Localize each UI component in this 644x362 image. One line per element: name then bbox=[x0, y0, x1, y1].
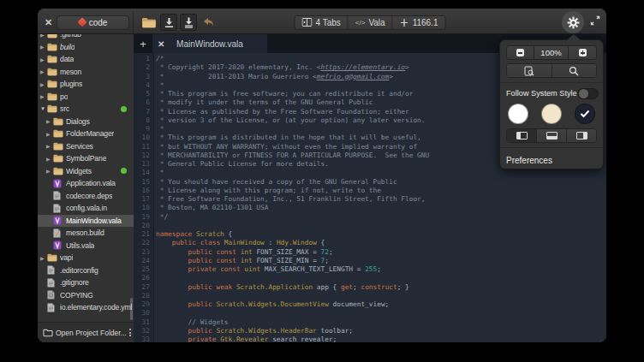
tree-item-copying[interactable]: COPYING bbox=[38, 289, 134, 302]
language-button[interactable]: </> Vala bbox=[349, 16, 393, 29]
git-status-badge bbox=[121, 168, 127, 174]
tree-item-io-elementary-code-yml[interactable]: io.elementary.code.yml bbox=[38, 301, 134, 314]
code-line: * License along with this program; if no… bbox=[156, 187, 381, 194]
tabs-overview-button[interactable]: 4 Tabs bbox=[295, 16, 349, 29]
expander-icon[interactable]: ▶ bbox=[40, 93, 47, 99]
open-project-folder-button[interactable]: Open Project Folder... bbox=[38, 322, 134, 342]
tree-item-vapi[interactable]: ▶vapi bbox=[38, 252, 134, 264]
preferences-menu-item[interactable]: Preferences bbox=[506, 151, 597, 169]
meson-icon bbox=[53, 228, 63, 238]
fullscreen-icon bbox=[589, 15, 601, 27]
folder-icon bbox=[53, 116, 63, 126]
settings-button[interactable] bbox=[562, 11, 584, 33]
tree-item-codecore-deps[interactable]: codecore.deps bbox=[38, 190, 134, 203]
tree-item-services[interactable]: ▶Services bbox=[38, 140, 134, 153]
tree-item-meson[interactable]: ▶meson bbox=[38, 66, 134, 79]
folder-icon bbox=[47, 253, 57, 263]
sidebar-scrollbar[interactable] bbox=[130, 298, 133, 320]
tree-item-utils-vala[interactable]: Utils.vala bbox=[38, 240, 134, 252]
tree-item-label: build bbox=[60, 43, 75, 51]
panel-left-button[interactable] bbox=[507, 129, 537, 142]
tab-close-icon[interactable]: ✕ bbox=[158, 39, 168, 49]
copy-icon bbox=[47, 290, 57, 300]
expander-icon[interactable]: ▶ bbox=[40, 56, 47, 62]
find-button[interactable] bbox=[552, 64, 597, 77]
expander-icon[interactable]: ▶ bbox=[40, 81, 47, 87]
expander-icon[interactable]: ▶ bbox=[40, 255, 47, 261]
follow-system-style-label: Follow System Style bbox=[506, 89, 577, 98]
file-icon bbox=[53, 204, 63, 213]
tree-item-po[interactable]: ▶po bbox=[38, 91, 134, 104]
vala-icon bbox=[53, 240, 63, 250]
tree-item-src[interactable]: ▼src bbox=[38, 103, 134, 116]
vala-icon bbox=[53, 179, 63, 188]
tab-mainwindow[interactable]: ✕ MainWindow.vala bbox=[152, 34, 267, 53]
code-line: * This program is free software; you can… bbox=[156, 90, 413, 98]
tree-item-build[interactable]: ▶build bbox=[38, 41, 134, 54]
expander-icon[interactable]: ▶ bbox=[46, 168, 53, 174]
tree-item-label: MainWindow.vala bbox=[66, 217, 122, 225]
tree-item-mainwindow-vala[interactable]: MainWindow.vala bbox=[38, 215, 134, 228]
expander-icon[interactable]: ▶ bbox=[46, 156, 53, 162]
save-button[interactable] bbox=[160, 14, 177, 31]
open-folder-button[interactable] bbox=[140, 14, 158, 31]
expander-icon[interactable]: ▶ bbox=[40, 68, 47, 74]
panel-right-button[interactable] bbox=[567, 129, 596, 142]
tree-item-label: .github bbox=[60, 34, 81, 39]
expander-icon[interactable]: ▶ bbox=[40, 34, 47, 38]
folder-icon bbox=[53, 129, 63, 139]
expander-icon[interactable]: ▶ bbox=[46, 118, 53, 124]
theme-dark-option[interactable] bbox=[575, 104, 595, 124]
gear-icon bbox=[567, 16, 580, 29]
sidebar-header: ✕ code bbox=[38, 11, 134, 33]
revert-button[interactable] bbox=[200, 14, 217, 31]
tree-item-config-vala-in[interactable]: config.vala.in bbox=[38, 202, 134, 215]
expander-icon[interactable]: ▶ bbox=[40, 44, 47, 50]
save-as-button[interactable] bbox=[180, 14, 197, 31]
expander-icon[interactable]: ▼ bbox=[40, 106, 47, 111]
code-line: * Boston, MA 02110-1301 USA bbox=[156, 204, 268, 211]
panel-bottom-button[interactable] bbox=[537, 129, 567, 142]
code-line: public const int FONT_SIZE_MIN = 7; bbox=[156, 257, 329, 264]
zoom-in-button[interactable] bbox=[569, 46, 596, 59]
tree-item-plugins[interactable]: ▶plugins bbox=[38, 78, 134, 91]
find-in-files-button[interactable] bbox=[507, 64, 552, 77]
code-line: * This program is distributed in the hop… bbox=[156, 134, 421, 141]
file-icon bbox=[47, 278, 57, 288]
fullscreen-button[interactable] bbox=[589, 15, 601, 30]
goto-line-button[interactable]: 1166.1 bbox=[393, 16, 445, 29]
tree-item-dialogs[interactable]: ▶Dialogs bbox=[38, 116, 134, 128]
goto-line-icon bbox=[400, 18, 409, 27]
app-window: ✕ code bbox=[38, 9, 606, 342]
code-line: public Scratch.Widgets.HeaderBar toolbar… bbox=[156, 327, 353, 335]
tree-item-label: Dialogs bbox=[66, 117, 90, 126]
tree-item-meson-build[interactable]: meson.build bbox=[38, 227, 134, 240]
zoom-out-button[interactable] bbox=[507, 46, 534, 59]
panel-left-icon bbox=[516, 132, 528, 139]
tree-item-data[interactable]: ▶data bbox=[38, 53, 134, 66]
theme-light-option[interactable] bbox=[508, 104, 528, 124]
tree-item-symbolpane[interactable]: ▶SymbolPane bbox=[38, 152, 134, 165]
theme-sepia-option[interactable] bbox=[541, 104, 562, 124]
tree-item--gitignore[interactable]: .gitignore bbox=[38, 276, 134, 289]
tree-item--editorconfig[interactable]: .editorconfig bbox=[38, 264, 134, 277]
tree-item-label: meson.build bbox=[66, 228, 104, 237]
theme-options bbox=[506, 100, 597, 128]
window-close-button[interactable]: ✕ bbox=[45, 17, 57, 28]
panel-right-icon bbox=[576, 132, 587, 139]
tree-item-foldermanager[interactable]: ▶FolderManager bbox=[38, 128, 134, 140]
follow-system-style-toggle[interactable] bbox=[577, 88, 599, 99]
sidebar-menu-button[interactable] bbox=[129, 329, 133, 336]
zoom-level[interactable]: 100% bbox=[534, 46, 569, 59]
expander-icon[interactable]: ▶ bbox=[46, 131, 53, 137]
folder-icon bbox=[47, 104, 57, 114]
project-button[interactable]: code bbox=[57, 15, 129, 30]
expander-icon[interactable]: ▶ bbox=[46, 143, 53, 149]
tree-item-label: po bbox=[60, 92, 68, 101]
tree-item-application-vala[interactable]: Application.vala bbox=[38, 177, 134, 190]
vala-icon bbox=[53, 216, 63, 225]
new-tab-button[interactable]: + bbox=[134, 34, 152, 53]
tree-item-label: SymbolPane bbox=[66, 154, 106, 163]
tree-item-widgets[interactable]: ▶Widgets bbox=[38, 165, 134, 178]
tree-item--github[interactable]: ▶.github bbox=[38, 34, 134, 41]
